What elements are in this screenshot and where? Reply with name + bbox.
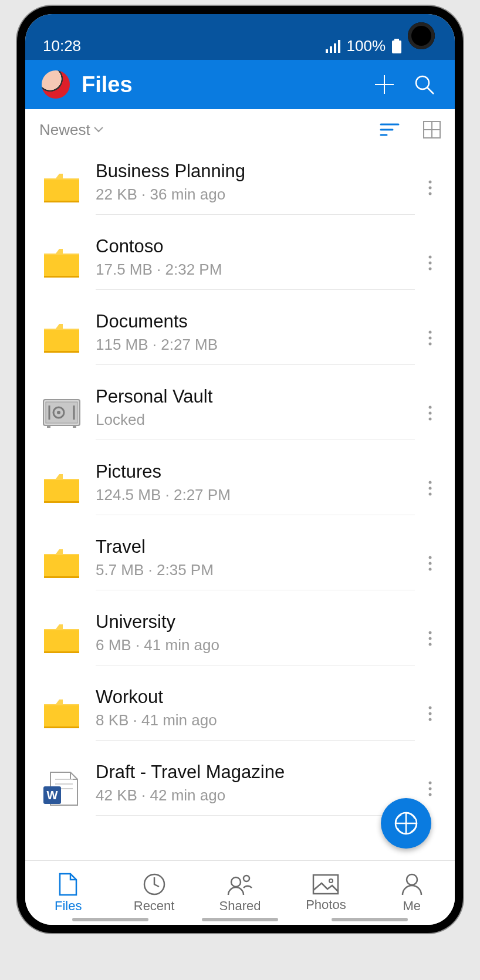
svg-rect-52 bbox=[44, 630, 79, 653]
camera-fab[interactable] bbox=[381, 798, 431, 849]
nav-me-label: Me bbox=[403, 898, 421, 914]
file-icon-cell bbox=[32, 623, 91, 654]
nav-photos-label: Photos bbox=[306, 897, 346, 913]
file-list[interactable]: Business Planning22 KB · 36 min agoConto… bbox=[25, 150, 455, 860]
file-name: Business Planning bbox=[96, 161, 415, 182]
person-icon bbox=[401, 873, 423, 896]
sort-label-text: Newest bbox=[39, 121, 90, 139]
file-name: University bbox=[96, 611, 415, 633]
nav-shared-label: Shared bbox=[219, 898, 261, 914]
file-icon bbox=[58, 873, 79, 896]
file-name: Workout bbox=[96, 687, 415, 708]
file-row[interactable]: Contoso17.5 MB · 2:32 PM bbox=[25, 225, 455, 300]
home-handle[interactable] bbox=[202, 918, 278, 921]
file-name: Contoso bbox=[96, 236, 415, 257]
more-vertical-icon bbox=[428, 255, 432, 271]
svg-rect-4 bbox=[394, 39, 399, 40]
screen: 10:28 100% Files bbox=[25, 14, 455, 925]
svg-rect-17 bbox=[44, 201, 79, 202]
more-vertical-icon bbox=[428, 631, 432, 646]
file-row[interactable]: Workout8 KB · 41 min ago bbox=[25, 676, 455, 751]
nav-files-label: Files bbox=[55, 898, 82, 914]
svg-rect-16 bbox=[44, 180, 79, 202]
svg-rect-48 bbox=[44, 576, 79, 578]
svg-rect-5 bbox=[392, 40, 401, 53]
more-options-button[interactable] bbox=[420, 631, 441, 646]
android-nav-bar bbox=[25, 918, 455, 921]
status-time: 10:28 bbox=[43, 37, 81, 55]
file-row[interactable]: Business Planning22 KB · 36 min ago bbox=[25, 150, 455, 225]
svg-rect-53 bbox=[44, 651, 79, 653]
svg-rect-3 bbox=[338, 40, 340, 53]
add-button[interactable] bbox=[370, 73, 398, 96]
nav-me[interactable]: Me bbox=[369, 861, 455, 925]
svg-point-55 bbox=[429, 637, 432, 640]
more-options-button[interactable] bbox=[420, 255, 441, 271]
sort-bar: Newest bbox=[25, 109, 455, 150]
recent-apps-handle[interactable] bbox=[72, 918, 148, 921]
signal-icon bbox=[326, 40, 341, 53]
svg-rect-22 bbox=[44, 276, 79, 278]
svg-point-23 bbox=[429, 256, 432, 259]
more-vertical-icon bbox=[428, 405, 432, 421]
svg-rect-37 bbox=[47, 425, 50, 428]
profile-avatar[interactable] bbox=[42, 70, 70, 99]
svg-point-25 bbox=[429, 268, 432, 271]
nav-files[interactable]: Files bbox=[25, 861, 111, 925]
file-meta: 42 KB · 42 min ago bbox=[96, 786, 415, 805]
file-row[interactable]: Personal VaultLocked bbox=[25, 376, 455, 451]
svg-point-68 bbox=[429, 788, 432, 790]
svg-point-24 bbox=[429, 262, 432, 265]
file-meta: 17.5 MB · 2:32 PM bbox=[96, 261, 415, 279]
svg-point-45 bbox=[429, 487, 432, 490]
more-options-button[interactable] bbox=[420, 405, 441, 421]
file-row[interactable]: University6 MB · 41 min ago bbox=[25, 601, 455, 676]
more-options-button[interactable] bbox=[420, 180, 441, 195]
more-vertical-icon bbox=[428, 330, 432, 346]
nav-recent[interactable]: Recent bbox=[111, 861, 197, 925]
nav-photos[interactable]: Photos bbox=[283, 861, 369, 925]
svg-line-9 bbox=[427, 87, 434, 94]
file-name: Personal Vault bbox=[96, 386, 415, 407]
nav-shared[interactable]: Shared bbox=[197, 861, 283, 925]
sort-dropdown[interactable]: Newest bbox=[39, 121, 380, 139]
file-name: Draft - Travel Magazine bbox=[96, 762, 415, 783]
file-icon-cell bbox=[32, 248, 91, 278]
file-row[interactable]: Documents115 MB · 2:27 MB bbox=[25, 300, 455, 376]
more-options-button[interactable] bbox=[420, 330, 441, 346]
filter-icon[interactable] bbox=[380, 123, 400, 137]
back-handle[interactable] bbox=[332, 918, 408, 921]
more-options-button[interactable] bbox=[420, 556, 441, 571]
file-row[interactable]: Pictures124.5 MB · 2:27 PM bbox=[25, 451, 455, 526]
more-options-button[interactable] bbox=[420, 781, 441, 796]
svg-text:W: W bbox=[47, 789, 58, 802]
file-info: Documents115 MB · 2:27 MB bbox=[96, 311, 415, 365]
file-icon-cell: W bbox=[32, 771, 91, 806]
svg-point-51 bbox=[429, 568, 432, 571]
phone-frame: 10:28 100% Files bbox=[17, 6, 463, 933]
file-icon-cell bbox=[32, 398, 91, 428]
file-name: Pictures bbox=[96, 461, 415, 482]
more-options-button[interactable] bbox=[420, 706, 441, 721]
file-meta: 22 KB · 36 min ago bbox=[96, 185, 415, 204]
folder-icon bbox=[43, 173, 80, 203]
svg-point-67 bbox=[429, 782, 432, 785]
more-options-button[interactable] bbox=[420, 481, 441, 496]
svg-point-34 bbox=[57, 411, 60, 414]
grid-view-icon[interactable] bbox=[423, 121, 441, 138]
svg-point-40 bbox=[429, 412, 432, 415]
svg-point-28 bbox=[429, 331, 432, 334]
svg-rect-26 bbox=[44, 330, 79, 352]
search-button[interactable] bbox=[410, 73, 438, 96]
svg-point-54 bbox=[429, 631, 432, 634]
folder-icon bbox=[43, 623, 80, 654]
svg-point-77 bbox=[244, 876, 249, 881]
file-icon-cell bbox=[32, 173, 91, 203]
more-vertical-icon bbox=[428, 180, 432, 195]
battery-icon bbox=[391, 39, 402, 54]
file-info: Personal VaultLocked bbox=[96, 386, 415, 440]
svg-rect-78 bbox=[313, 875, 338, 894]
svg-point-19 bbox=[429, 187, 432, 190]
file-row[interactable]: Travel5.7 MB · 2:35 PM bbox=[25, 526, 455, 601]
svg-point-56 bbox=[429, 643, 432, 646]
